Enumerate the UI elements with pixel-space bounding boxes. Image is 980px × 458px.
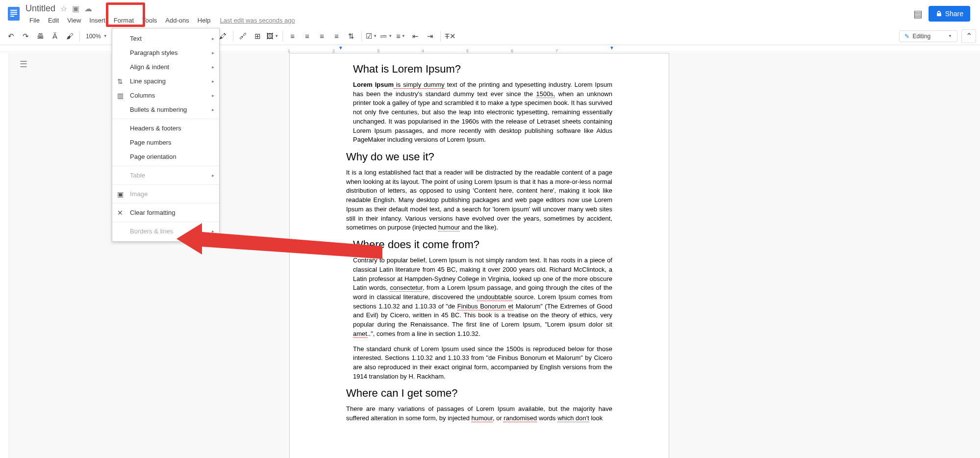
- heading: Where does it come from?: [353, 238, 612, 251]
- svg-rect-2: [10, 12, 17, 13]
- menu-item-paragraph-styles[interactable]: Paragraph styles: [112, 46, 219, 60]
- menu-view[interactable]: View: [63, 15, 85, 26]
- clear-formatting-button[interactable]: T✕: [444, 29, 457, 43]
- ruler-right-indent-marker[interactable]: ▼: [609, 45, 614, 51]
- menu-item-columns[interactable]: ▥Columns: [112, 88, 219, 102]
- menubar: File Edit View Insert Format Tools Add-o…: [25, 15, 913, 26]
- menu-addons[interactable]: Add-ons: [161, 15, 193, 26]
- editing-mode-label: Editing: [912, 33, 930, 40]
- line-spacing-icon: ⇅: [117, 77, 123, 85]
- menu-help[interactable]: Help: [194, 15, 215, 26]
- heading: Where can I get some?: [346, 387, 612, 400]
- spellcheck-button[interactable]: Ă: [48, 29, 62, 43]
- checklist-button[interactable]: ☑▼: [365, 29, 378, 43]
- svg-rect-4: [10, 16, 14, 17]
- print-button[interactable]: 🖶: [33, 29, 47, 43]
- menu-item-headers-footers[interactable]: Headers & footers: [112, 121, 219, 135]
- image-icon: ▣: [117, 190, 124, 198]
- menu-item-line-spacing[interactable]: ⇅Line spacing: [112, 74, 219, 88]
- editing-mode-select[interactable]: ✎ Editing ▼: [899, 30, 957, 42]
- last-edit-link[interactable]: Last edit was seconds ago: [220, 17, 295, 24]
- menu-tools[interactable]: Tools: [138, 15, 161, 26]
- columns-icon: ▥: [117, 92, 124, 100]
- insert-link-button[interactable]: 🔗︎: [236, 29, 250, 43]
- format-menu-dropdown: Text Paragraph styles Align & indent ⇅Li…: [112, 28, 220, 242]
- cloud-status-icon[interactable]: ☁: [84, 4, 92, 13]
- menu-item-clear-formatting[interactable]: ✕Clear formatting: [112, 205, 219, 220]
- menu-item-text[interactable]: Text: [112, 31, 219, 46]
- menu-item-page-orientation[interactable]: Page orientation: [112, 150, 219, 164]
- menu-insert[interactable]: Insert: [85, 15, 109, 26]
- numbered-list-button[interactable]: ≡▼: [394, 29, 408, 43]
- share-button-label: Share: [945, 10, 963, 18]
- zoom-select[interactable]: 100%▼: [83, 33, 110, 40]
- heading: What is Lorem Ipsum?: [353, 63, 612, 76]
- menu-item-borders-lines: Borders & lines: [112, 224, 219, 238]
- redo-button[interactable]: ↷: [19, 29, 32, 43]
- paragraph: There are many variations of passages of…: [346, 405, 612, 423]
- document-page[interactable]: What is Lorem Ipsum? Lorem Ipsum is simp…: [289, 53, 669, 458]
- indent-decrease-button[interactable]: ⇤: [409, 29, 423, 43]
- pencil-icon: ✎: [905, 33, 909, 40]
- doc-title[interactable]: Untitled: [25, 3, 55, 14]
- menu-item-bullets-numbering[interactable]: Bullets & numbering: [112, 102, 219, 117]
- clear-formatting-icon: ✕: [117, 209, 123, 217]
- bulleted-list-button[interactable]: ≔▼: [379, 29, 393, 43]
- insert-image-button[interactable]: 🖼▼: [266, 29, 279, 43]
- menu-item-align-indent[interactable]: Align & indent: [112, 60, 219, 74]
- svg-rect-3: [10, 14, 17, 15]
- menu-file[interactable]: File: [25, 15, 44, 26]
- docs-logo-icon[interactable]: [4, 4, 24, 24]
- menu-item-image: ▣Image: [112, 187, 219, 201]
- titlebar: Untitled ☆ ▣ ☁ File Edit View Insert For…: [0, 0, 980, 27]
- heading: Why do we use it?: [346, 151, 612, 163]
- menu-item-table: Table: [112, 168, 219, 182]
- line-spacing-button[interactable]: ⇅: [345, 29, 358, 43]
- indent-increase-button[interactable]: ⇥: [424, 29, 437, 43]
- paragraph: Contrary to popular belief, Lorem Ipsum …: [353, 256, 612, 338]
- comments-icon[interactable]: ▤: [913, 8, 923, 20]
- share-button[interactable]: 🔒︎ Share: [929, 6, 970, 22]
- collapse-toolbar-button[interactable]: ⌃: [961, 29, 976, 43]
- add-comment-button[interactable]: ⊞: [251, 29, 265, 43]
- menu-edit[interactable]: Edit: [44, 15, 63, 26]
- lock-icon: 🔒︎: [935, 10, 942, 18]
- align-center-button[interactable]: ≡: [301, 29, 314, 43]
- undo-button[interactable]: ↶: [4, 29, 18, 43]
- menu-item-page-numbers[interactable]: Page numbers: [112, 135, 219, 150]
- paragraph: Lorem Ipsum is simply dummy text of the …: [353, 80, 612, 145]
- paint-format-button[interactable]: 🖌: [63, 29, 76, 43]
- paragraph: The standard chunk of Lorem Ipsum used s…: [353, 345, 612, 382]
- align-justify-button[interactable]: ≡: [330, 29, 344, 43]
- menu-format[interactable]: Format: [110, 15, 138, 26]
- ruler-left-indent-marker[interactable]: ▼: [338, 45, 343, 51]
- star-icon[interactable]: ☆: [60, 4, 67, 13]
- vertical-ruler[interactable]: [0, 53, 9, 458]
- align-right-button[interactable]: ≡: [315, 29, 329, 43]
- move-folder-icon[interactable]: ▣: [72, 4, 79, 13]
- document-outline-icon[interactable]: ☰: [20, 59, 27, 458]
- paragraph: It is a long established fact that a rea…: [346, 168, 612, 232]
- svg-rect-1: [10, 10, 17, 11]
- align-left-button[interactable]: ≡: [286, 29, 300, 43]
